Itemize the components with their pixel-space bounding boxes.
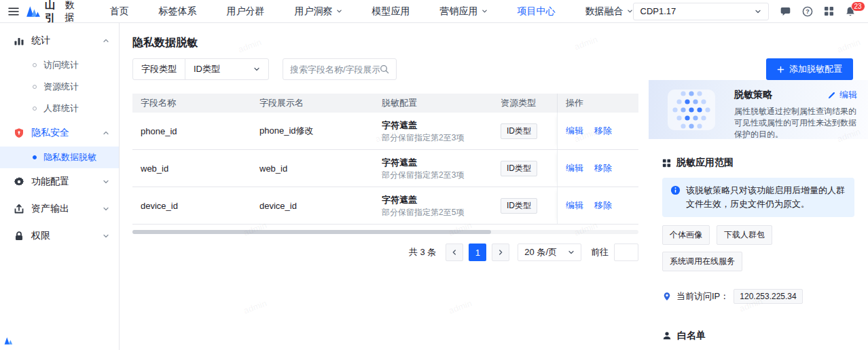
sidebar-group-permissions[interactable]: 权限 xyxy=(0,222,119,250)
sidebar-item-resource-stats[interactable]: 资源统计 xyxy=(0,76,119,98)
edit-link[interactable]: 编辑 xyxy=(566,125,583,137)
field-type-select[interactable]: 字段类型 ID类型 xyxy=(132,58,269,80)
chevron-up-icon xyxy=(103,130,109,136)
scope-tag: 系统调用在线服务 xyxy=(662,252,742,271)
column-header: 脱敏配置 xyxy=(374,97,492,109)
app-window: 火山引擎 客户数据平台 首页 标签体系 用户分群 用户洞察 模型应用 营销应用 … xyxy=(0,0,868,350)
person-icon xyxy=(662,331,672,341)
policy-banner: 脱敏策略 编辑 属性脱敏通过控制属性查询结果的可见性或属性的可用性来达到数据保护… xyxy=(649,80,868,139)
gear-icon xyxy=(14,176,24,187)
nav-item-home[interactable]: 首页 xyxy=(110,5,129,18)
sidebar-group-label: 权限 xyxy=(31,230,50,242)
sidebar-group-function-config[interactable]: 功能配置 xyxy=(0,168,119,195)
bullet-icon xyxy=(33,63,37,67)
remove-link[interactable]: 移除 xyxy=(594,162,612,174)
sidebar-item-audience-stats[interactable]: 人群统计 xyxy=(0,98,119,119)
nav-item-insights[interactable]: 用户洞察 xyxy=(295,5,342,18)
sidebar-item-label: 隐私数据脱敏 xyxy=(43,151,96,163)
sidebar-item-label: 人群统计 xyxy=(43,102,79,115)
nav-item-data-fusion[interactable]: 数据融合 xyxy=(585,5,633,18)
edit-link[interactable]: 编辑 xyxy=(566,199,583,212)
info-alert: 该脱敏策略只对该功能启用后增量的人群文件生效，历史文件仍为原文。 xyxy=(662,178,854,217)
horizontal-scrollbar xyxy=(132,230,638,234)
edit-link[interactable]: 编辑 xyxy=(566,162,583,174)
policy-panel: 脱敏策略 编辑 属性脱敏通过控制属性查询结果的可见性或属性的可用性来达到数据保护… xyxy=(649,80,868,350)
actions-cell: 编辑 移除 xyxy=(557,187,638,224)
resource-type-cell: ID类型 xyxy=(492,198,557,214)
table-header: 字段名称 字段展示名 脱敏配置 资源类型 操作 xyxy=(132,94,638,113)
goto-page-input[interactable] xyxy=(614,244,638,261)
topbar-right: CDP1.17 ? 23 A xyxy=(633,3,868,20)
actions-cell: 编辑 移除 xyxy=(557,150,638,187)
column-header: 操作 xyxy=(557,94,638,113)
mask-config-cell: 字符遮盖 部分保留指定第2至3项 xyxy=(374,157,492,180)
chart-icon xyxy=(14,35,24,46)
type-tag: ID类型 xyxy=(501,123,537,139)
field-name-cell: web_id xyxy=(132,163,251,174)
prev-page-button[interactable] xyxy=(446,244,463,261)
scrollbar-thumb[interactable] xyxy=(132,230,491,234)
search-box xyxy=(283,58,397,80)
search-input[interactable] xyxy=(290,64,380,75)
scope-tag: 个体画像 xyxy=(662,225,710,245)
shield-privacy-icon xyxy=(14,128,24,138)
display-name-cell: device_id xyxy=(251,201,374,211)
chevron-down-icon xyxy=(103,206,109,212)
sidebar-item-visit-stats[interactable]: 访问统计 xyxy=(0,54,119,76)
goto-label: 前往 xyxy=(591,246,609,258)
nav-item-project-center[interactable]: 项目中心 xyxy=(518,5,556,18)
hamburger-menu-icon[interactable] xyxy=(8,7,19,16)
bullet-icon xyxy=(33,106,37,111)
sidebar: 统计 访问统计 资源统计 人群统计 隐私安全 隐私数 xyxy=(0,23,120,350)
field-type-label: 字段类型 xyxy=(133,59,185,79)
sidebar-item-label: 访问统计 xyxy=(43,59,79,71)
add-masking-config-button[interactable]: 添加脱敏配置 xyxy=(766,58,853,80)
apps-grid-icon[interactable] xyxy=(824,6,834,16)
search-icon[interactable] xyxy=(380,64,389,74)
bullet-icon xyxy=(33,155,37,159)
policy-title: 脱敏策略 xyxy=(734,89,772,101)
table-row: web_id web_id 字符遮盖 部分保留指定第2至3项 ID类型 编辑 移… xyxy=(132,150,638,187)
display-name-cell: web_id xyxy=(251,163,374,174)
remove-link[interactable]: 移除 xyxy=(594,125,612,137)
help-icon[interactable]: ? xyxy=(802,6,813,17)
sidebar-group-privacy[interactable]: 隐私安全 xyxy=(0,119,119,147)
sidebar-group-label: 资产输出 xyxy=(31,203,69,215)
remove-link[interactable]: 移除 xyxy=(594,199,612,212)
nav-item-marketing[interactable]: 营销应用 xyxy=(440,5,488,18)
actions-cell: 编辑 移除 xyxy=(557,113,638,149)
topbar: 火山引擎 客户数据平台 首页 标签体系 用户分群 用户洞察 模型应用 营销应用 … xyxy=(0,0,868,23)
project-select[interactable]: CDP1.17 xyxy=(633,3,769,20)
nav-item-segments[interactable]: 用户分群 xyxy=(227,5,265,18)
message-icon[interactable] xyxy=(780,6,791,17)
scope-section-title: 脱敏应用范围 xyxy=(676,157,734,169)
type-tag: ID类型 xyxy=(501,198,537,214)
info-alert-text: 该脱敏策略只对该功能启用后增量的人群文件生效，历史文件仍为原文。 xyxy=(686,184,846,211)
nav-item-models[interactable]: 模型应用 xyxy=(372,5,410,18)
hex-dots-illustration xyxy=(649,80,734,139)
scope-tag: 下载人群包 xyxy=(717,225,772,245)
chevron-up-icon xyxy=(103,37,109,44)
notification-bell-icon[interactable]: 23 xyxy=(845,6,856,17)
table-row: device_id device_id 字符遮盖 部分保留指定第2至5项 ID类… xyxy=(132,187,638,225)
page-title: 隐私数据脱敏 xyxy=(132,35,853,50)
page-size-select[interactable]: 20 条/页 xyxy=(518,244,581,261)
bullet-icon xyxy=(33,85,37,89)
sidebar-group-statistics[interactable]: 统计 xyxy=(0,27,119,54)
policy-edit-link[interactable]: 编辑 xyxy=(827,89,857,101)
scope-icon xyxy=(662,159,671,168)
sidebar-group-asset-output[interactable]: 资产输出 xyxy=(0,195,119,222)
next-page-button[interactable] xyxy=(492,244,509,261)
nav-item-tags[interactable]: 标签体系 xyxy=(159,5,197,18)
table-row: phone_id phone_id修改 字符遮盖 部分保留指定第2至3项 ID类… xyxy=(132,113,638,150)
table-area: 字段名称 字段展示名 脱敏配置 资源类型 操作 phone_id phone_i… xyxy=(120,80,649,350)
mini-logo-icon[interactable] xyxy=(4,336,14,347)
whitelist-title: 白名单 xyxy=(677,330,706,342)
current-page-button[interactable]: 1 xyxy=(469,244,486,261)
column-header: 字段展示名 xyxy=(251,97,374,109)
chevron-down-icon xyxy=(568,249,575,256)
pencil-icon xyxy=(827,91,836,100)
sidebar-item-label: 资源统计 xyxy=(43,81,79,93)
sidebar-group-label: 隐私安全 xyxy=(31,127,69,139)
sidebar-item-privacy-masking[interactable]: 隐私数据脱敏 xyxy=(0,147,119,168)
